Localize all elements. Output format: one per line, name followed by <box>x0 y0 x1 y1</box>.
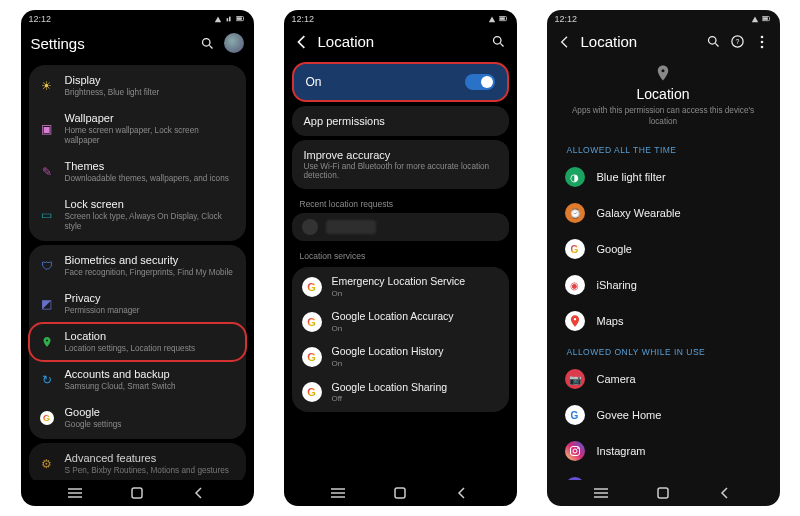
settings-row-biometrics[interactable]: 🛡 Biometrics and securityFace recognitio… <box>29 247 246 285</box>
location-master-toggle[interactable]: On <box>292 62 509 102</box>
sync-icon: ↻ <box>39 372 55 388</box>
help-icon[interactable]: ? <box>730 34 746 50</box>
status-icons <box>488 15 509 23</box>
section-recent: Recent location requests <box>290 193 511 211</box>
service-row-accuracy[interactable]: G Google Location AccuracyOn <box>292 304 509 339</box>
app-row-camera[interactable]: 📷Camera <box>547 361 780 397</box>
nav-home[interactable] <box>128 486 146 500</box>
clock: 12:12 <box>29 14 52 24</box>
page-title: Settings <box>31 35 192 52</box>
location-icon <box>39 334 55 350</box>
google-icon: G <box>39 410 55 426</box>
nav-home[interactable] <box>654 486 672 500</box>
clock: 12:12 <box>292 14 315 24</box>
app-row-google[interactable]: GGoogle <box>547 231 780 267</box>
app-header: Location ? <box>547 27 780 58</box>
page-title: Location <box>581 33 698 50</box>
nav-home[interactable] <box>391 486 409 500</box>
settings-group: 🛡 Biometrics and securityFace recognitio… <box>29 245 246 439</box>
svg-point-26 <box>760 45 763 48</box>
phone-location-settings: 12:12 Location On App permissions Improv… <box>284 10 517 506</box>
search-icon[interactable] <box>200 35 216 51</box>
svg-rect-34 <box>658 488 668 498</box>
themes-icon: ✎ <box>39 164 55 180</box>
services-list: G Emergency Location ServiceOn G Google … <box>292 267 509 412</box>
svg-point-29 <box>573 449 577 453</box>
service-row-history[interactable]: G Google Location HistoryOn <box>292 339 509 374</box>
svg-line-21 <box>715 43 718 46</box>
nav-recents[interactable] <box>66 486 84 500</box>
back-icon[interactable] <box>557 34 573 50</box>
settings-row-lockscreen[interactable]: ▭ Lock screenScreen lock type, Always On… <box>29 191 246 239</box>
svg-point-12 <box>494 37 502 45</box>
switch-on-icon[interactable] <box>465 74 495 90</box>
settings-row-accounts[interactable]: ↻ Accounts and backupSamsung Cloud, Smar… <box>29 361 246 399</box>
permission-desc: Apps with this permission can access thi… <box>561 106 766 127</box>
svg-rect-1 <box>229 16 231 21</box>
service-row-emergency[interactable]: G Emergency Location ServiceOn <box>292 269 509 304</box>
settings-row-advanced[interactable]: ⚙ Advanced featuresS Pen, Bixby Routines… <box>29 445 246 480</box>
app-row-instagram[interactable]: Instagram <box>547 433 780 469</box>
settings-row-privacy[interactable]: ◩ PrivacyPermission manager <box>29 285 246 323</box>
improve-accuracy-row[interactable]: Improve accuracy Use Wi-Fi and Bluetooth… <box>292 140 509 189</box>
app-row-samsung-internet[interactable]: 🌐Samsung Internet <box>547 469 780 480</box>
status-icons <box>751 15 772 23</box>
nav-back[interactable] <box>716 486 734 500</box>
settings-group: ☀ DisplayBrightness, Blue light filter ▣… <box>29 65 246 241</box>
blurred-text <box>326 220 376 234</box>
nav-recents[interactable] <box>592 486 610 500</box>
nav-recents[interactable] <box>329 486 347 500</box>
back-icon[interactable] <box>294 34 310 50</box>
svg-rect-0 <box>226 18 228 21</box>
clock: 12:12 <box>555 14 578 24</box>
status-icons <box>214 15 246 23</box>
privacy-icon: ◩ <box>39 296 55 312</box>
settings-row-location[interactable]: LocationLocation settings, Location requ… <box>29 323 246 361</box>
section-services: Location services <box>290 245 511 263</box>
svg-line-5 <box>209 45 212 48</box>
settings-row-themes[interactable]: ✎ ThemesDownloadable themes, wallpapers,… <box>29 153 246 191</box>
nav-bar <box>284 480 517 506</box>
svg-point-24 <box>760 35 763 38</box>
app-header: Location <box>284 27 517 58</box>
settings-row-google[interactable]: G GoogleGoogle settings <box>29 399 246 437</box>
svg-line-13 <box>500 43 503 46</box>
service-row-sharing[interactable]: G Google Location SharingOff <box>292 375 509 410</box>
app-icon: ◉ <box>565 275 585 295</box>
page-title: Location <box>318 33 483 50</box>
nav-back[interactable] <box>453 486 471 500</box>
search-icon[interactable] <box>491 34 507 50</box>
settings-row-display[interactable]: ☀ DisplayBrightness, Blue light filter <box>29 67 246 105</box>
settings-group: ⚙ Advanced featuresS Pen, Bixby Routines… <box>29 443 246 480</box>
app-row-maps[interactable]: Maps <box>547 303 780 339</box>
settings-row-wallpaper[interactable]: ▣ WallpaperHome screen wallpaper, Lock s… <box>29 105 246 153</box>
search-icon[interactable] <box>706 34 722 50</box>
nav-bar <box>21 480 254 506</box>
more-icon[interactable] <box>754 34 770 50</box>
instagram-icon <box>565 441 585 461</box>
svg-text:?: ? <box>736 38 740 45</box>
svg-point-4 <box>203 38 211 46</box>
svg-point-20 <box>709 37 717 45</box>
app-row-isharing[interactable]: ◉iSharing <box>547 267 780 303</box>
google-icon: G <box>302 312 322 332</box>
recent-request-row[interactable] <box>292 213 509 241</box>
svg-rect-19 <box>762 17 767 20</box>
settings-list: ☀ DisplayBrightness, Blue light filter ▣… <box>21 61 254 480</box>
app-row-wearable[interactable]: ⌚Galaxy Wearable <box>547 195 780 231</box>
permission-hero: Location Apps with this permission can a… <box>547 58 780 137</box>
app-row-govee[interactable]: GGovee Home <box>547 397 780 433</box>
app-icon: G <box>565 405 585 425</box>
app-row-bluelight[interactable]: ◑Blue light filter <box>547 159 780 195</box>
maps-icon <box>565 311 585 331</box>
lock-icon: ▭ <box>39 207 55 223</box>
app-icon <box>302 219 318 235</box>
section-allowed-use: ALLOWED ONLY WHILE IN USE <box>547 339 780 361</box>
nav-back[interactable] <box>190 486 208 500</box>
status-bar: 12:12 <box>21 10 254 27</box>
avatar[interactable] <box>224 33 244 53</box>
app-permissions-row[interactable]: App permissions <box>292 106 509 136</box>
toggle-label: On <box>306 75 322 89</box>
google-icon: G <box>302 347 322 367</box>
permission-content: Location Apps with this permission can a… <box>547 58 780 480</box>
